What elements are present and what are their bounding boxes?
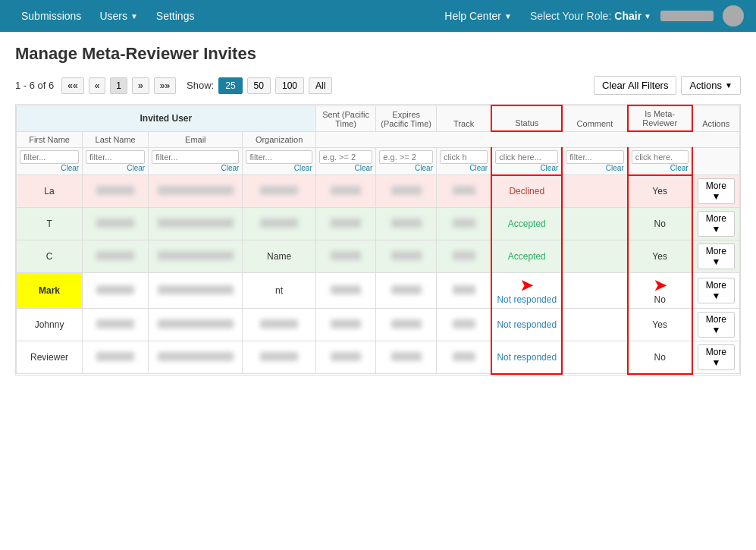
- cell-first-name: Mark: [17, 273, 83, 309]
- cell-email: [149, 341, 243, 374]
- more-actions-btn[interactable]: More ▼: [698, 344, 735, 370]
- nav-users-dropdown[interactable]: Users ▼: [90, 2, 146, 30]
- cell-org: nt: [243, 273, 315, 309]
- filter-comment-input[interactable]: [566, 150, 623, 164]
- status-value: Not responded: [497, 352, 557, 363]
- table-row: CNameAcceptedYesMore ▼: [17, 240, 740, 273]
- show-50-btn[interactable]: 50: [247, 77, 271, 94]
- role-caret-icon: ▼: [644, 12, 651, 20]
- cell-first-name: C: [17, 240, 83, 273]
- filter-sent-input[interactable]: [319, 150, 373, 164]
- clear-status-link[interactable]: Clear: [495, 164, 558, 172]
- clear-expires-link[interactable]: Clear: [379, 164, 433, 172]
- cell-track: [437, 208, 492, 240]
- cell-is-meta-reviewer: ➤No: [628, 273, 692, 309]
- is-meta-reviewer-value: No: [654, 218, 665, 229]
- cell-last-name: [83, 208, 149, 240]
- email-header: Email: [149, 131, 243, 147]
- filter-org-input[interactable]: [246, 150, 312, 164]
- cell-is-meta-reviewer: Yes: [628, 240, 692, 273]
- clear-org-link[interactable]: Clear: [246, 164, 312, 172]
- cell-last-name: [83, 341, 149, 374]
- last-page-btn[interactable]: »»: [154, 77, 176, 94]
- cell-actions: More ▼: [692, 175, 740, 208]
- clear-filters-btn[interactable]: Clear All Filters: [594, 76, 676, 95]
- is-meta-reviewer-value: Yes: [652, 186, 667, 196]
- cell-sent: [315, 208, 376, 240]
- cell-expires: [376, 175, 437, 208]
- cell-comment: [562, 273, 627, 309]
- is-meta-reviewer-header: Is Meta-Reviewer: [628, 105, 692, 131]
- cell-track: [437, 341, 492, 374]
- more-actions-btn[interactable]: More ▼: [698, 244, 735, 269]
- cell-actions: More ▼: [692, 240, 740, 273]
- actions-caret-icon: ▼: [725, 81, 732, 90]
- sent-header: Sent (Pacific Time): [315, 105, 376, 131]
- cell-email: [149, 208, 243, 240]
- first-page-btn[interactable]: ««: [61, 77, 83, 94]
- cell-status: Accepted: [491, 208, 562, 240]
- cell-expires: [376, 341, 437, 374]
- cell-last-name: [83, 309, 149, 341]
- red-arrow-icon: ➤: [520, 276, 533, 294]
- next-page-btn[interactable]: »: [132, 77, 149, 94]
- is-meta-reviewer-value: Yes: [652, 251, 667, 262]
- clear-sent-link[interactable]: Clear: [319, 164, 373, 172]
- clear-last-name-link[interactable]: Clear: [86, 164, 145, 172]
- cell-org: Name: [243, 240, 315, 273]
- cell-first-name: La: [17, 175, 83, 208]
- user-avatar[interactable]: [723, 5, 744, 27]
- filter-last-name-input[interactable]: [86, 150, 145, 164]
- clear-is-meta-reviewer-link[interactable]: Clear: [632, 164, 689, 172]
- filter-status: Clear: [491, 147, 562, 175]
- nav-help-center[interactable]: Help Center ▼: [435, 2, 521, 30]
- cell-last-name: [83, 240, 149, 273]
- cell-email: [149, 309, 243, 341]
- more-actions-btn[interactable]: More ▼: [698, 278, 735, 303]
- page-title: Manage Meta-Reviewer Invites: [15, 44, 741, 64]
- cell-last-name: [83, 175, 149, 208]
- filter-first-name-input[interactable]: [20, 150, 79, 164]
- cell-expires: [376, 273, 437, 309]
- cell-comment: [562, 240, 627, 273]
- more-actions-btn[interactable]: More ▼: [698, 312, 735, 338]
- filter-expires: Clear: [376, 147, 437, 175]
- clear-comment-link[interactable]: Clear: [566, 164, 623, 172]
- clear-track-link[interactable]: Clear: [440, 164, 488, 172]
- role-dropdown[interactable]: Chair ▼: [614, 10, 651, 22]
- cell-status: Accepted: [491, 240, 562, 273]
- more-actions-btn[interactable]: More ▼: [698, 211, 735, 237]
- cell-sent: [315, 273, 376, 309]
- show-all-btn[interactable]: All: [309, 77, 332, 94]
- cell-track: [437, 309, 492, 341]
- cell-email: [149, 175, 243, 208]
- actions-btn[interactable]: Actions ▼: [681, 76, 741, 95]
- clear-email-link[interactable]: Clear: [152, 164, 239, 172]
- cell-first-name: Johnny: [17, 309, 83, 341]
- cell-expires: [376, 240, 437, 273]
- invites-table: Invited User Sent (Pacific Time) Expires…: [16, 105, 740, 375]
- show-25-btn[interactable]: 25: [218, 77, 242, 94]
- more-actions-btn[interactable]: More ▼: [698, 178, 735, 204]
- show-100-btn[interactable]: 100: [275, 77, 304, 94]
- filter-actions-empty: [692, 147, 740, 175]
- role-label: Select Your Role:: [530, 10, 611, 22]
- clear-first-name-link[interactable]: Clear: [20, 164, 79, 172]
- filter-is-meta-reviewer-input[interactable]: [632, 150, 689, 164]
- filter-track: Clear: [437, 147, 492, 175]
- page-1-btn[interactable]: 1: [110, 77, 127, 94]
- red-arrow-2-icon: ➤: [654, 276, 667, 294]
- nav-submissions[interactable]: Submissions: [12, 2, 90, 30]
- table-row: Marknt➤Not responded➤NoMore ▼: [17, 273, 740, 309]
- cell-comment: [562, 175, 627, 208]
- help-caret-icon: ▼: [504, 12, 512, 20]
- filter-track-input[interactable]: [440, 150, 488, 164]
- cell-sent: [315, 341, 376, 374]
- filter-status-input[interactable]: [495, 150, 558, 164]
- actions-header: Actions: [692, 105, 740, 131]
- status-header: Status: [491, 105, 562, 131]
- nav-settings[interactable]: Settings: [147, 2, 204, 30]
- prev-page-btn[interactable]: «: [89, 77, 106, 94]
- filter-expires-input[interactable]: [379, 150, 433, 164]
- filter-email-input[interactable]: [152, 150, 239, 164]
